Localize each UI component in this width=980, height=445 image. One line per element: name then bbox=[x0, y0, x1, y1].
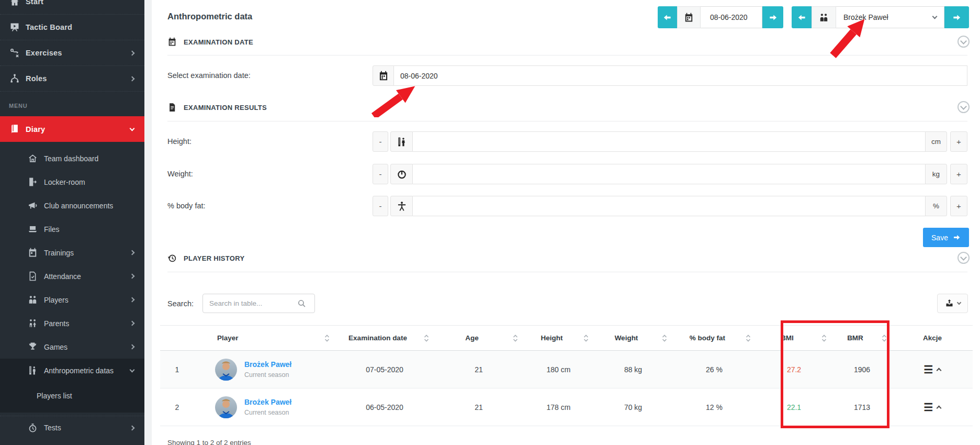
sort-icon[interactable] bbox=[424, 335, 429, 342]
sort-icon[interactable] bbox=[882, 335, 887, 342]
column-header-bmr[interactable]: BMR bbox=[832, 326, 892, 351]
height-increment-button[interactable]: + bbox=[950, 131, 967, 152]
height-unit: cm bbox=[925, 131, 947, 152]
column-header-age[interactable]: Age bbox=[434, 326, 523, 351]
sidebar-item-label: Exercises bbox=[26, 49, 62, 57]
date-nav-value[interactable]: 08-06-2020 bbox=[701, 6, 762, 28]
player-season: Current season bbox=[244, 409, 291, 416]
hamburger-icon: ☰ bbox=[924, 402, 933, 413]
avatar bbox=[215, 359, 237, 381]
column-header-body-fat[interactable]: % body fat bbox=[672, 326, 756, 351]
section-title: PLAYER HISTORY bbox=[184, 254, 244, 262]
sort-icon[interactable] bbox=[583, 335, 589, 342]
next-player-button[interactable] bbox=[944, 6, 969, 28]
search-icon bbox=[297, 299, 306, 308]
search-label: Search: bbox=[167, 299, 194, 308]
attendance-icon bbox=[27, 271, 38, 282]
body-fat-label: % body fat: bbox=[167, 202, 206, 210]
body-fat-decrement-button[interactable]: - bbox=[373, 196, 388, 216]
row-actions-button[interactable]: ☰ bbox=[892, 364, 973, 375]
sidebar-section-label: MENU bbox=[0, 91, 144, 116]
sidebar-item-games[interactable]: Games bbox=[0, 335, 144, 359]
previous-date-button[interactable] bbox=[658, 6, 677, 28]
player-select-value: Brożek Paweł bbox=[843, 13, 888, 21]
parents-icon bbox=[27, 318, 38, 329]
chevron-down-icon bbox=[130, 126, 135, 131]
sidebar-item-label: Players list bbox=[37, 392, 72, 400]
chevron-right-icon bbox=[130, 425, 135, 430]
sidebar-item-roles[interactable]: Roles bbox=[0, 65, 144, 91]
cell-height: 180 cm bbox=[523, 351, 594, 388]
calendar-icon bbox=[684, 13, 694, 23]
chevron-right-icon bbox=[130, 250, 135, 255]
document-icon bbox=[167, 103, 177, 112]
column-label: BMR bbox=[847, 334, 863, 342]
arrow-right-icon bbox=[952, 13, 961, 22]
column-label: % body fat bbox=[690, 334, 725, 342]
sidebar-item-players[interactable]: Players bbox=[0, 288, 144, 312]
column-header-bmi[interactable]: BMI bbox=[756, 326, 832, 351]
examination-results-header: EXAMINATION RESULTS bbox=[167, 103, 267, 112]
column-header-examination-date[interactable]: Examination date bbox=[335, 326, 434, 351]
sidebar-item-start[interactable]: Start bbox=[0, 0, 144, 14]
sidebar-item-files[interactable]: Files bbox=[0, 217, 144, 241]
column-header-height[interactable]: Height bbox=[523, 326, 594, 351]
body-fat-increment-button[interactable]: + bbox=[950, 196, 967, 216]
examination-date-input[interactable] bbox=[394, 65, 967, 86]
sort-icon[interactable] bbox=[746, 335, 751, 342]
sidebar-item-exercises[interactable]: Exercises bbox=[0, 40, 144, 65]
player-select[interactable]: Brożek Paweł bbox=[836, 6, 944, 28]
sort-icon[interactable] bbox=[821, 335, 827, 342]
anthropometric-active-block: Anthropometric datas Players list bbox=[0, 359, 144, 413]
height-decrement-button[interactable]: - bbox=[373, 131, 388, 152]
body-fat-unit: % bbox=[925, 196, 947, 216]
save-button[interactable]: Save bbox=[923, 228, 969, 247]
sidebar-item-parents[interactable]: Parents bbox=[0, 312, 144, 335]
sidebar-item-players-list[interactable]: Players list bbox=[0, 382, 144, 409]
weight-input[interactable] bbox=[413, 164, 926, 184]
collapse-examination-date-button[interactable] bbox=[958, 36, 970, 48]
sidebar-item-tests[interactable]: Tests bbox=[0, 416, 144, 439]
cell-body-fat: 26 % bbox=[672, 351, 756, 388]
sidebar-item-attendance[interactable]: Attendance bbox=[0, 264, 144, 288]
sort-icon[interactable] bbox=[662, 335, 667, 342]
cell-examination-date: 06-05-2020 bbox=[335, 388, 434, 426]
column-header-player[interactable]: Player bbox=[194, 326, 335, 351]
sidebar-item-label: Players bbox=[44, 296, 69, 304]
sidebar-item-label: Roles bbox=[26, 74, 47, 83]
collapse-player-history-button[interactable] bbox=[958, 252, 970, 264]
sidebar-item-club-announcements[interactable]: Club announcements bbox=[0, 194, 144, 217]
next-date-button[interactable] bbox=[762, 6, 783, 28]
weight-increment-button[interactable]: + bbox=[950, 164, 967, 184]
sidebar-item-tactic-board[interactable]: Tactic Board bbox=[0, 14, 144, 40]
hamburger-icon: ☰ bbox=[924, 364, 933, 375]
examination-date-header: EXAMINATION DATE bbox=[167, 37, 253, 47]
column-label: Player bbox=[217, 334, 239, 342]
collapse-examination-results-button[interactable] bbox=[958, 101, 970, 113]
row-actions-button[interactable]: ☰ bbox=[892, 402, 973, 413]
divider bbox=[167, 272, 967, 272]
sort-icon[interactable] bbox=[513, 335, 518, 342]
trainings-icon bbox=[27, 248, 38, 258]
player-link[interactable]: Brożek Paweł bbox=[244, 360, 291, 369]
height-input[interactable] bbox=[413, 131, 926, 152]
examination-date-group bbox=[373, 65, 967, 86]
chevron-down-icon bbox=[956, 301, 961, 305]
sidebar-item-label: Files bbox=[44, 225, 60, 233]
files-icon bbox=[27, 224, 38, 235]
sidebar-item-diary[interactable]: Diary bbox=[0, 116, 144, 142]
body-fat-input[interactable] bbox=[413, 196, 926, 216]
weight-decrement-button[interactable]: - bbox=[373, 164, 388, 184]
sidebar-item-locker-room[interactable]: Locker-room bbox=[0, 170, 144, 194]
section-title: EXAMINATION RESULTS bbox=[184, 104, 267, 112]
previous-player-button[interactable] bbox=[792, 6, 812, 28]
sidebar-item-trainings[interactable]: Trainings bbox=[0, 241, 144, 264]
column-header-weight[interactable]: Weight bbox=[594, 326, 672, 351]
sort-icon[interactable] bbox=[324, 335, 330, 342]
export-button[interactable] bbox=[937, 294, 968, 313]
games-icon bbox=[27, 342, 38, 352]
sidebar-item-team-dashboard[interactable]: Team dashboard bbox=[0, 147, 144, 170]
sidebar-item-anthropometric-datas[interactable]: Anthropometric datas bbox=[0, 359, 144, 382]
player-link[interactable]: Brożek Paweł bbox=[244, 398, 291, 406]
calendar-addon bbox=[677, 6, 701, 28]
